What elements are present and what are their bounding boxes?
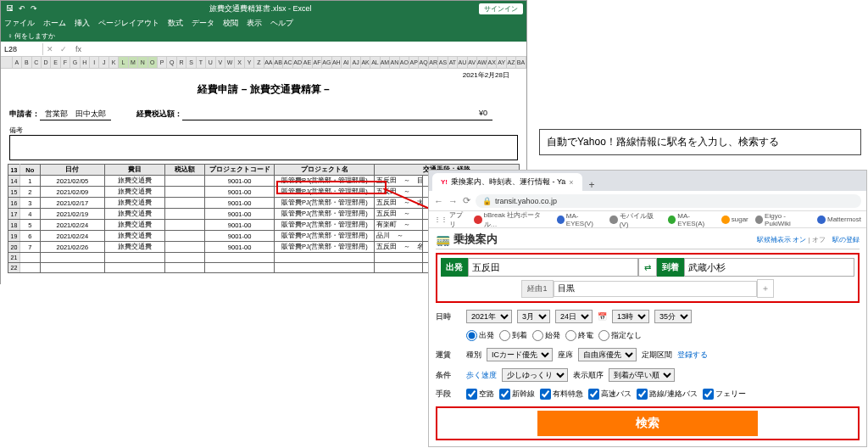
table-cell[interactable]: 販管費PJ(営業部・管理部用) bbox=[275, 198, 375, 209]
col-header[interactable]: BA bbox=[516, 57, 526, 68]
col-header[interactable]: AG bbox=[322, 57, 331, 68]
table-cell[interactable] bbox=[164, 187, 204, 198]
reload-icon[interactable]: ⟳ bbox=[463, 195, 470, 206]
hour-select[interactable]: 13時 bbox=[612, 310, 649, 323]
via-input[interactable] bbox=[554, 281, 757, 297]
col-header[interactable]: K bbox=[109, 57, 119, 68]
col-header[interactable]: AI bbox=[342, 57, 351, 68]
col-header[interactable]: S bbox=[186, 57, 196, 68]
ribbon-tab[interactable]: ホーム bbox=[43, 18, 66, 29]
time-mode-radio[interactable]: 出発 bbox=[466, 330, 494, 341]
col-header[interactable]: D bbox=[42, 57, 51, 68]
fx-confirm-icon[interactable]: ✓ bbox=[57, 45, 70, 53]
col-header[interactable]: AV bbox=[468, 57, 477, 68]
col-header[interactable]: AF bbox=[313, 57, 322, 68]
table-cell[interactable]: 2021/02/17 bbox=[40, 198, 105, 209]
ribbon-tab[interactable]: データ bbox=[192, 18, 214, 29]
table-cell[interactable]: 2 bbox=[20, 187, 41, 198]
col-header[interactable]: H bbox=[81, 57, 90, 68]
table-cell[interactable]: 2021/02/05 bbox=[40, 176, 105, 187]
table-cell[interactable]: 五反田 ～ 大崎 ～ 新宿 bbox=[375, 198, 423, 209]
table-cell[interactable]: 2021/02/24 bbox=[40, 231, 105, 242]
table-cell[interactable] bbox=[164, 220, 204, 231]
col-header[interactable]: X bbox=[235, 57, 244, 68]
table-cell[interactable]: 6 bbox=[20, 231, 41, 242]
day-select[interactable]: 24日 bbox=[555, 310, 593, 323]
forward-icon[interactable]: → bbox=[448, 196, 458, 206]
col-header[interactable]: AZ bbox=[507, 57, 516, 68]
table-cell[interactable]: 旅費交通費 bbox=[105, 176, 165, 187]
redo-icon[interactable]: ↷ bbox=[31, 4, 37, 13]
fare-type-select[interactable]: ICカード優先 bbox=[487, 348, 553, 361]
bookmark-item[interactable]: モバイル版 (V) bbox=[609, 211, 661, 228]
teiki-link[interactable]: 登録する bbox=[677, 350, 708, 361]
save-icon[interactable]: 🖫 bbox=[6, 4, 14, 13]
table-cell[interactable]: 旅費交通費 bbox=[105, 242, 165, 253]
arrival-input[interactable] bbox=[684, 258, 854, 277]
apps-icon[interactable]: ⋮⋮ アプリ bbox=[434, 210, 467, 229]
column-headers[interactable]: ABCDEFGHIJKLMNOPQRSTUVWXYZAAABACADAEAFAG… bbox=[1, 57, 526, 69]
table-cell[interactable]: 9001-00 bbox=[204, 231, 274, 242]
table-cell[interactable]: 3 bbox=[20, 198, 41, 209]
table-cell[interactable]: 9001-00 bbox=[204, 187, 274, 198]
col-header[interactable]: AB bbox=[274, 57, 283, 68]
means-checkbox[interactable]: 空路 bbox=[466, 389, 494, 400]
col-header[interactable]: AO bbox=[400, 57, 409, 68]
bookmark-item[interactable]: bBreak 社内ポータル… bbox=[474, 210, 549, 229]
table-cell[interactable]: 五反田 ～ 目黒 ～ 武蔵小杉 bbox=[375, 176, 423, 187]
new-tab-button[interactable]: + bbox=[582, 179, 602, 191]
remarks-box[interactable] bbox=[9, 135, 518, 160]
col-header[interactable]: AK bbox=[361, 57, 370, 68]
table-cell[interactable]: 旅費交通費 bbox=[105, 209, 165, 220]
col-header[interactable]: C bbox=[32, 57, 42, 68]
table-cell[interactable]: 9001-00 bbox=[204, 220, 274, 231]
name-box[interactable]: L28 bbox=[1, 43, 43, 55]
undo-icon[interactable]: ↶ bbox=[19, 4, 25, 13]
sort-select[interactable]: 到着が早い順 bbox=[609, 368, 675, 382]
table-cell[interactable]: 4 bbox=[20, 209, 41, 220]
table-cell[interactable]: 5 bbox=[20, 220, 41, 231]
browser-tab[interactable]: Y! 乗換案内、時刻表、運行情報 - Ya × bbox=[432, 173, 582, 191]
table-cell[interactable] bbox=[164, 176, 204, 187]
calendar-icon[interactable]: 📅 bbox=[598, 312, 607, 321]
time-mode-radio[interactable]: 指定なし bbox=[598, 330, 642, 341]
table-cell[interactable] bbox=[164, 231, 204, 242]
col-header[interactable]: AN bbox=[390, 57, 399, 68]
col-header[interactable]: A bbox=[13, 57, 22, 68]
table-cell[interactable]: 販管費PJ(営業部・管理部用) bbox=[275, 187, 375, 198]
col-header[interactable]: AC bbox=[283, 57, 292, 68]
time-mode-radio[interactable]: 始発 bbox=[532, 330, 560, 341]
col-header[interactable]: AS bbox=[438, 57, 448, 68]
ribbon-tab[interactable]: 数式 bbox=[168, 18, 183, 29]
col-header[interactable]: W bbox=[225, 57, 235, 68]
table-cell[interactable]: 販管費PJ(営業部・管理部用) bbox=[275, 220, 375, 231]
table-cell[interactable]: 旅費交通費 bbox=[105, 198, 165, 209]
col-header[interactable]: AM bbox=[381, 57, 391, 68]
col-header[interactable]: T bbox=[197, 57, 206, 68]
table-cell[interactable]: 9001-00 bbox=[204, 198, 274, 209]
time-mode-radio[interactable]: 終電 bbox=[565, 330, 593, 341]
col-header[interactable]: O bbox=[148, 57, 158, 68]
col-header[interactable]: AQ bbox=[419, 57, 428, 68]
time-mode-radio[interactable]: 到着 bbox=[499, 330, 527, 341]
fx-cancel-icon[interactable]: ✕ bbox=[43, 45, 57, 53]
table-cell[interactable]: 旅費交通費 bbox=[105, 187, 165, 198]
ribbon-tab[interactable]: 校閲 bbox=[223, 18, 238, 29]
min-select[interactable]: 35分 bbox=[654, 310, 692, 323]
col-header[interactable]: F bbox=[61, 57, 70, 68]
table-cell[interactable]: 旅費交通費 bbox=[105, 231, 165, 242]
opt-off[interactable]: オフ bbox=[812, 236, 826, 244]
swap-icon[interactable]: ⇄ bbox=[638, 258, 657, 277]
table-cell[interactable]: 9001-00 bbox=[204, 209, 274, 220]
col-header[interactable]: AE bbox=[303, 57, 312, 68]
table-cell[interactable]: 2021/02/09 bbox=[40, 187, 105, 198]
col-header[interactable]: U bbox=[206, 57, 215, 68]
col-header[interactable]: AW bbox=[477, 57, 487, 68]
means-checkbox[interactable]: 高速バス bbox=[588, 389, 632, 400]
table-cell[interactable] bbox=[164, 242, 204, 253]
table-cell[interactable]: 販管費PJ(営業部・管理部用) bbox=[275, 209, 375, 220]
table-cell[interactable]: 7 bbox=[20, 242, 41, 253]
table-cell[interactable]: 2021/02/24 bbox=[40, 220, 105, 231]
col-header[interactable]: N bbox=[138, 57, 147, 68]
col-header[interactable]: Z bbox=[254, 57, 264, 68]
